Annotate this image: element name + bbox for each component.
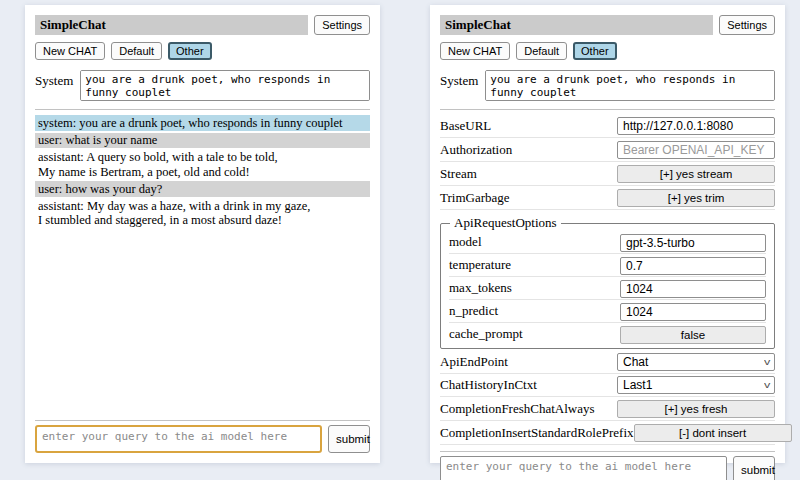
temperature-input[interactable] (620, 257, 766, 275)
cache-prompt-toggle-button[interactable]: false (620, 326, 766, 344)
stream-label: Stream (440, 166, 477, 182)
baseurl-label: BaseURL (440, 118, 491, 134)
query-row: submit (440, 456, 775, 480)
chat-panel: SimpleChat Settings New CHAT Default Oth… (25, 5, 380, 463)
model-label: model (449, 234, 482, 250)
query-input[interactable] (440, 456, 727, 480)
trimgarbage-label: TrimGarbage (440, 190, 510, 206)
setting-row-n-predict: n_predict (449, 300, 766, 323)
n-predict-label: n_predict (449, 303, 498, 319)
max-tokens-input[interactable] (620, 280, 766, 298)
chat-message-system: system: you are a drunk poet, who respon… (35, 115, 370, 130)
session-default-button[interactable]: Default (111, 42, 162, 60)
app-title: SimpleChat (440, 15, 713, 35)
apiendpoint-selected-value: Chat (623, 355, 648, 369)
completioninsertstandardroleprefix-label: CompletionInsertStandardRolePrefix (440, 425, 634, 441)
system-prompt-row: System you are a drunk poet, who respond… (440, 70, 775, 101)
session-buttons: New CHAT Default Other (35, 42, 370, 60)
n-predict-input[interactable] (620, 303, 766, 321)
completionfreshchatalways-toggle-button[interactable]: [+] yes fresh (617, 400, 775, 418)
chevron-down-icon: v (764, 380, 770, 390)
completioninsertstandardroleprefix-toggle-button[interactable]: [-] dont insert (634, 424, 792, 442)
session-new-chat-button[interactable]: New CHAT (35, 42, 105, 60)
spacer (35, 230, 370, 414)
settings-button[interactable]: Settings (314, 15, 370, 35)
chat-message-assistant: assistant: My day was a haze, with a dri… (35, 199, 370, 229)
setting-row-authorization: Authorization (440, 138, 775, 162)
apiendpoint-select[interactable]: Chat v (617, 353, 775, 371)
chat-message-user: user: how was your day? (35, 181, 370, 196)
chat-message-list: system: you are a drunk poet, who respon… (35, 115, 370, 230)
api-request-options-legend: ApiRequestOptions (450, 215, 561, 231)
setting-row-stream: Stream [+] yes stream (440, 162, 775, 186)
session-other-button[interactable]: Other (168, 42, 212, 60)
setting-row-model: model (449, 231, 766, 254)
apiendpoint-label: ApiEndPoint (440, 354, 508, 370)
session-new-chat-button[interactable]: New CHAT (440, 42, 510, 60)
chathistoryinctxt-label: ChatHistoryInCtxt (440, 377, 537, 393)
system-prompt-textarea[interactable]: you are a drunk poet, who responds in fu… (80, 70, 370, 101)
authorization-input[interactable] (617, 141, 775, 159)
temperature-label: temperature (449, 257, 511, 273)
submit-button[interactable]: submit (328, 425, 370, 453)
setting-row-completioninsertstandardroleprefix: CompletionInsertStandardRolePrefix [-] d… (440, 421, 775, 445)
divider (440, 451, 775, 452)
chathistoryinctxt-selected-value: Last1 (623, 378, 652, 392)
max-tokens-label: max_tokens (449, 280, 512, 296)
setting-row-chathistoryinctxt: ChatHistoryInCtxt Last1 v (440, 374, 775, 397)
session-default-button[interactable]: Default (516, 42, 567, 60)
divider (35, 420, 370, 421)
setting-row-cache-prompt: cache_prompt false (449, 323, 766, 345)
system-label: System (440, 70, 478, 101)
session-other-button[interactable]: Other (573, 42, 617, 60)
query-input[interactable] (35, 425, 322, 453)
cache-prompt-label: cache_prompt (449, 326, 523, 342)
trimgarbage-toggle-button[interactable]: [+] yes trim (617, 189, 775, 207)
chathistoryinctxt-select[interactable]: Last1 v (617, 376, 775, 394)
setting-row-apiendpoint: ApiEndPoint Chat v (440, 351, 775, 374)
titlebar: SimpleChat Settings (440, 15, 775, 35)
setting-row-completionfreshchatalways: CompletionFreshChatAlways [+] yes fresh (440, 397, 775, 421)
setting-row-baseurl: BaseURL (440, 114, 775, 138)
query-row: submit (35, 425, 370, 453)
baseurl-input[interactable] (617, 117, 775, 135)
submit-button[interactable]: submit (733, 456, 775, 480)
api-request-options-fieldset: ApiRequestOptions model temperature max_… (440, 215, 775, 349)
setting-row-max-tokens: max_tokens (449, 277, 766, 300)
chat-message-user: user: what is your name (35, 133, 370, 148)
settings-button[interactable]: Settings (719, 15, 775, 35)
system-prompt-row: System you are a drunk poet, who respond… (35, 70, 370, 101)
authorization-label: Authorization (440, 142, 512, 158)
chat-message-assistant: assistant: A query so bold, with a tale … (35, 150, 370, 180)
settings-panel: SimpleChat Settings New CHAT Default Oth… (430, 5, 785, 463)
completionfreshchatalways-label: CompletionFreshChatAlways (440, 401, 595, 417)
chevron-down-icon: v (764, 357, 770, 367)
app-title: SimpleChat (35, 15, 308, 35)
setting-row-trimgarbage: TrimGarbage [+] yes trim (440, 186, 775, 210)
model-input[interactable] (620, 234, 766, 252)
system-label: System (35, 70, 73, 101)
divider (440, 109, 775, 110)
session-buttons: New CHAT Default Other (440, 42, 775, 60)
system-prompt-textarea[interactable]: you are a drunk poet, who responds in fu… (485, 70, 775, 101)
stream-toggle-button[interactable]: [+] yes stream (617, 165, 775, 183)
titlebar: SimpleChat Settings (35, 15, 370, 35)
setting-row-temperature: temperature (449, 254, 766, 277)
divider (35, 109, 370, 110)
